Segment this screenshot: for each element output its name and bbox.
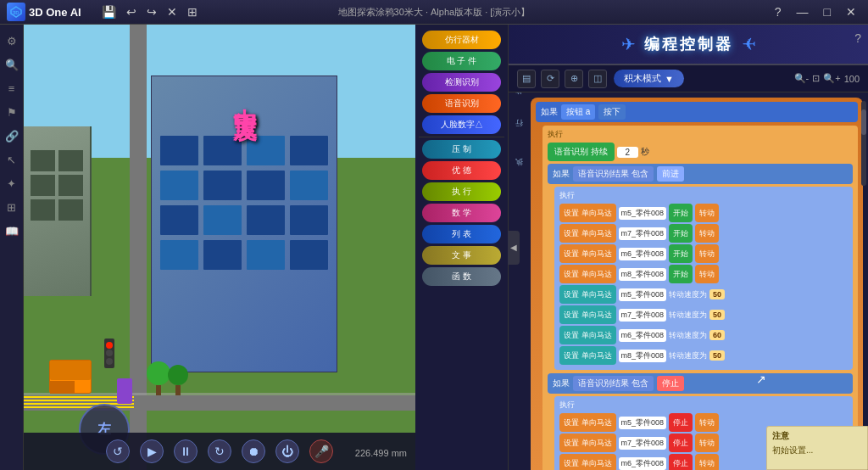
- play-history-button[interactable]: ↺: [106, 439, 130, 463]
- motor-speed-m6[interactable]: 设置 单向马达: [559, 326, 616, 344]
- motor-id-m7[interactable]: m7_零件008: [619, 227, 667, 240]
- motor-set-m7[interactable]: 设置 单向马达: [559, 224, 616, 243]
- sidebar-icon-settings[interactable]: ⚙: [3, 31, 21, 50]
- motor-move-1[interactable]: 转动: [695, 204, 719, 222]
- zoom-fit-button[interactable]: ⊡: [812, 73, 820, 84]
- viewport-3d[interactable]: 中望大厦: [24, 25, 415, 470]
- motor-speed-m5[interactable]: 设置 单向马达: [559, 285, 616, 304]
- motor-id-m7-stop[interactable]: m7_零件008: [619, 437, 667, 450]
- voice-result-block[interactable]: 语音识别结果 包含: [573, 166, 654, 182]
- category-optimize[interactable]: 优 德: [422, 161, 501, 180]
- voice-block-wait[interactable]: 语音识别 持续: [548, 143, 615, 161]
- save-icon[interactable]: 💾: [98, 3, 120, 20]
- category-list[interactable]: 列 表: [422, 225, 501, 243]
- sidebar-icon-cursor[interactable]: ↖: [3, 150, 21, 169]
- record-button[interactable]: ⏺: [242, 439, 265, 463]
- stop-value-block[interactable]: 停止: [657, 376, 684, 391]
- collapse-button[interactable]: ◀: [508, 231, 520, 265]
- motor-action-start-m8[interactable]: 开始: [669, 265, 693, 283]
- motor-action-stop-m6[interactable]: 停止: [669, 454, 693, 470]
- motor-move-3[interactable]: 转动: [695, 244, 719, 263]
- speed-value-m5[interactable]: 50: [709, 289, 725, 299]
- motor-speed-m7[interactable]: 设置 单向马达: [559, 305, 616, 324]
- sidebar-icon-star[interactable]: ✦: [3, 174, 21, 193]
- category-electronics[interactable]: 电 子 件: [422, 52, 501, 70]
- motor-stop-m7[interactable]: 设置 单向马达: [559, 434, 616, 452]
- motor-action-start[interactable]: 开始: [669, 204, 693, 222]
- zoom-value: 100: [844, 74, 860, 84]
- motor-action-stop-m7[interactable]: 停止: [669, 434, 693, 452]
- motor-id-m5-speed[interactable]: m5_零件008: [619, 288, 667, 301]
- motor-set-m8[interactable]: 设置 单向马达: [559, 265, 616, 283]
- redo-icon[interactable]: ↪: [143, 3, 160, 20]
- motor-set-m5[interactable]: 设置 单向马达: [559, 204, 616, 222]
- category-execute[interactable]: 执 行: [422, 182, 501, 201]
- category-function[interactable]: 函 数: [422, 267, 501, 286]
- motor-row-m6-start: 设置 单向马达 m6_零件008 开始 转动: [559, 244, 848, 263]
- speed-value-m8[interactable]: 50: [709, 350, 725, 361]
- voice-result-value[interactable]: 前进: [657, 166, 684, 182]
- sidebar-icon-book[interactable]: 📖: [3, 221, 21, 240]
- motor-id-m6-speed[interactable]: m6_零件008: [619, 329, 667, 342]
- motor-id-m6[interactable]: m6_零件008: [619, 248, 667, 260]
- help-button[interactable]: ?: [770, 3, 787, 20]
- motor-stop-m5[interactable]: 设置 单向马达: [559, 413, 616, 432]
- motor-move-stop-2[interactable]: 转动: [695, 434, 719, 452]
- motor-set-m6[interactable]: 设置 单向马达: [559, 244, 616, 263]
- speed-value-m6[interactable]: 60: [709, 330, 725, 340]
- category-math[interactable]: 数 学: [422, 204, 501, 222]
- zoom-in-button[interactable]: 🔍+: [823, 73, 840, 84]
- motor-action-start-m6[interactable]: 开始: [669, 244, 693, 263]
- motor-id-m5-stop[interactable]: m5_零件008: [619, 417, 667, 429]
- category-voice[interactable]: 语音识别: [422, 94, 501, 113]
- category-detection[interactable]: 检测识别: [422, 73, 501, 92]
- mode-icon-2[interactable]: ⟳: [541, 70, 559, 88]
- zoom-out-button[interactable]: 🔍-: [794, 73, 810, 84]
- grid-icon[interactable]: ⊞: [184, 3, 201, 20]
- motor-move-stop-1[interactable]: 转动: [695, 413, 719, 432]
- pause-button[interactable]: ⏸: [174, 439, 198, 463]
- motor-speed-m8[interactable]: 设置 单向马达: [559, 346, 616, 365]
- undo-icon[interactable]: ↩: [123, 3, 140, 20]
- motor-move-4[interactable]: 转动: [695, 265, 719, 283]
- category-simulation[interactable]: 仿行器材: [422, 31, 501, 49]
- power-button[interactable]: ⏻: [275, 439, 299, 463]
- condition-state[interactable]: 按下: [598, 104, 626, 120]
- microphone-button[interactable]: 🎤: [309, 439, 333, 463]
- category-control[interactable]: 压 制: [422, 140, 501, 159]
- sidebar-icon-grid[interactable]: ⊞: [3, 198, 21, 216]
- motor-action-start-m7[interactable]: 开始: [669, 224, 693, 243]
- sidebar-icon-search[interactable]: 🔍: [3, 55, 21, 74]
- voice-duration-input[interactable]: [617, 147, 638, 158]
- sidebar-icon-link[interactable]: 🔗: [3, 126, 21, 145]
- mode-icon-4[interactable]: ◫: [588, 70, 607, 88]
- sidebar-icon-layers[interactable]: ≡: [3, 79, 21, 98]
- motor-id-m6-stop[interactable]: m6_零件008: [619, 457, 667, 470]
- motor-stop-m6[interactable]: 设置 单向马达: [559, 454, 616, 470]
- motor-id-m8-speed[interactable]: m8_零件008: [619, 350, 667, 362]
- speed-value-m7[interactable]: 50: [709, 310, 725, 320]
- sidebar-icon-flag[interactable]: ⚑: [3, 103, 21, 121]
- mode-icon-3[interactable]: ⊕: [565, 70, 583, 88]
- close-button[interactable]: ✕: [841, 3, 861, 20]
- category-text[interactable]: 文 事: [422, 246, 501, 265]
- stop-icon[interactable]: ✕: [164, 3, 181, 20]
- app-logo: 3D 3D One AI: [7, 3, 81, 21]
- motor-move-2[interactable]: 转动: [695, 224, 719, 243]
- motor-id-m5[interactable]: m5_零件008: [619, 207, 667, 220]
- code-blocks-area[interactable]: 仿 行 执 如果 按钮 a 按下: [509, 92, 868, 470]
- voice-result-block-stop[interactable]: 语音识别结果 包含: [573, 376, 654, 391]
- play-button[interactable]: ▶: [140, 439, 164, 463]
- motor-move-stop-3[interactable]: 转动: [695, 454, 719, 470]
- help-button[interactable]: ?: [854, 31, 861, 45]
- condition-button-a[interactable]: 按钮 a: [561, 104, 595, 120]
- motor-id-m8[interactable]: m8_零件008: [619, 268, 667, 281]
- minimize-button[interactable]: —: [792, 3, 814, 20]
- mode-toggle[interactable]: 积木模式 ▼: [614, 70, 684, 87]
- motor-action-stop-m5[interactable]: 停止: [669, 413, 693, 432]
- motor-id-m7-speed[interactable]: m7_零件008: [619, 309, 667, 322]
- mode-icon-1[interactable]: ▤: [517, 70, 536, 88]
- maximize-button[interactable]: □: [819, 3, 836, 20]
- reset-button[interactable]: ↻: [208, 439, 231, 463]
- category-face[interactable]: 人脸数字△: [422, 115, 501, 134]
